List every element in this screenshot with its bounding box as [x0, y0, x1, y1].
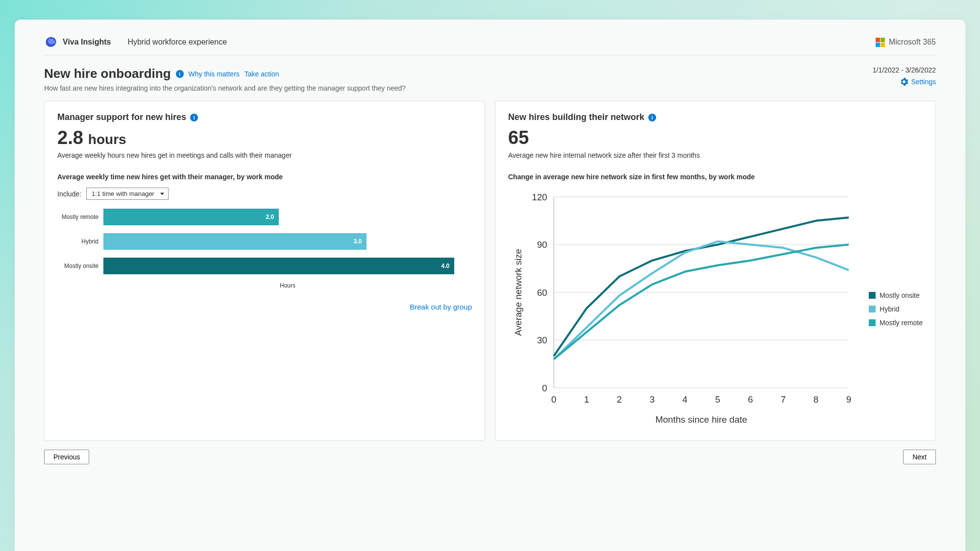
info-icon[interactable]: i — [648, 114, 656, 121]
break-out-link[interactable]: Break out by group — [57, 303, 472, 311]
manager-bar-chart: Mostly remote2.0Hybrid3.0Mostly onsite4.… — [57, 209, 472, 274]
network-stat: 65 — [508, 127, 923, 148]
legend-label: Mostly remote — [880, 319, 923, 327]
header: Viva Insights Hybrid workforce experienc… — [44, 35, 936, 55]
network-line-chart-svg: 03060901200123456789Months since hire da… — [508, 189, 857, 430]
manager-stat-desc: Average weekly hours new hires get in me… — [57, 151, 472, 159]
gear-icon — [900, 78, 908, 86]
svg-text:9: 9 — [846, 394, 851, 405]
bar-label: Mostly onsite — [57, 263, 103, 269]
bar-fill: 3.0 — [103, 233, 367, 250]
bar-fill: 4.0 — [103, 258, 454, 274]
previous-button[interactable]: Previous — [44, 450, 89, 464]
product-name: Viva Insights — [63, 38, 111, 47]
bar-label: Hybrid — [57, 238, 103, 245]
page-title: New hire onboarding — [44, 66, 171, 81]
legend-item: Hybrid — [869, 305, 923, 313]
svg-text:0: 0 — [551, 394, 556, 405]
title-right: 1/1/2022 - 3/26/2022 Settings — [873, 66, 936, 86]
nav-row: Previous Next — [44, 450, 936, 464]
info-icon[interactable]: i — [176, 70, 184, 78]
title-row: New hire onboarding i Why this matters T… — [44, 66, 936, 92]
header-left: Viva Insights Hybrid workforce experienc… — [44, 35, 227, 49]
bar-track: 3.0 — [103, 233, 472, 250]
svg-text:1: 1 — [584, 394, 589, 405]
legend-swatch — [869, 319, 876, 326]
cards-row: Manager support for new hires i 2.8 hour… — [44, 101, 936, 441]
network-chart-title: Change in average new hire network size … — [508, 173, 923, 181]
include-row: Include: 1:1 time with manager — [57, 188, 472, 200]
bar-track: 2.0 — [103, 209, 472, 225]
svg-text:3: 3 — [650, 394, 655, 405]
header-right: Microsoft 365 — [876, 38, 936, 47]
legend-label: Hybrid — [880, 305, 899, 313]
app-window: Viva Insights Hybrid workforce experienc… — [15, 20, 965, 551]
include-label: Include: — [57, 190, 81, 198]
legend-swatch — [869, 292, 876, 299]
page-context: Hybrid workforce experience — [127, 38, 227, 47]
svg-text:120: 120 — [532, 192, 547, 202]
svg-text:7: 7 — [781, 394, 785, 405]
svg-text:4: 4 — [683, 394, 687, 405]
settings-link[interactable]: Settings — [900, 78, 936, 86]
card-manager-title: Manager support for new hires — [57, 112, 186, 122]
card-manager-title-row: Manager support for new hires i — [57, 112, 472, 122]
why-this-matters-link[interactable]: Why this matters — [189, 70, 240, 78]
line-chart-legend: Mostly onsiteHybridMostly remote — [865, 189, 923, 430]
manager-stat-value: 2.8 — [57, 127, 83, 148]
legend-label: Mostly onsite — [880, 291, 920, 299]
manager-bar-xlabel: Hours — [103, 282, 472, 289]
include-selected-value: 1:1 time with manager — [92, 190, 154, 197]
next-button[interactable]: Next — [903, 450, 936, 464]
card-network-title-row: New hires building their network i — [508, 112, 923, 122]
network-line-chart: 03060901200123456789Months since hire da… — [508, 189, 923, 430]
network-stat-value: 65 — [508, 127, 529, 148]
svg-text:8: 8 — [813, 394, 818, 405]
svg-text:60: 60 — [537, 287, 547, 298]
svg-text:6: 6 — [748, 394, 753, 405]
microsoft-logo-icon — [876, 38, 885, 47]
svg-text:90: 90 — [537, 240, 547, 250]
manager-stat-unit: hours — [88, 132, 126, 147]
svg-text:2: 2 — [617, 394, 622, 405]
bar-row: Mostly remote2.0 — [57, 209, 472, 225]
microsoft-365-label: Microsoft 365 — [889, 38, 936, 47]
bar-label: Mostly remote — [57, 214, 103, 220]
bar-fill: 2.0 — [103, 209, 279, 225]
title-heading-row: New hire onboarding i Why this matters T… — [44, 66, 406, 81]
page-subtitle: How fast are new hires integrating into … — [44, 84, 406, 92]
manager-stat: 2.8 hours — [57, 127, 472, 148]
card-network-title: New hires building their network — [508, 112, 644, 122]
date-range: 1/1/2022 - 3/26/2022 — [873, 66, 936, 74]
include-select[interactable]: 1:1 time with manager — [86, 188, 169, 200]
svg-text:30: 30 — [537, 335, 547, 345]
bar-row: Mostly onsite4.0 — [57, 258, 472, 274]
bar-row: Hybrid3.0 — [57, 233, 472, 250]
legend-item: Mostly remote — [869, 319, 923, 327]
network-stat-desc: Average new hire internal network size a… — [508, 151, 923, 159]
settings-label: Settings — [911, 78, 936, 86]
legend-item: Mostly onsite — [869, 291, 923, 299]
info-icon[interactable]: i — [190, 114, 198, 121]
card-network: New hires building their network i 65 Av… — [495, 101, 936, 441]
manager-chart-title: Average weekly time new hires get with t… — [57, 173, 472, 181]
svg-text:Months since hire date: Months since hire date — [655, 414, 747, 425]
legend-swatch — [869, 306, 876, 312]
svg-text:5: 5 — [715, 394, 720, 405]
card-manager-support: Manager support for new hires i 2.8 hour… — [44, 101, 485, 441]
title-left: New hire onboarding i Why this matters T… — [44, 66, 406, 92]
svg-text:Average network size: Average network size — [513, 249, 523, 336]
svg-text:0: 0 — [542, 383, 547, 393]
viva-insights-logo-icon — [44, 35, 58, 49]
take-action-link[interactable]: Take action — [245, 70, 279, 78]
bar-track: 4.0 — [103, 258, 472, 274]
